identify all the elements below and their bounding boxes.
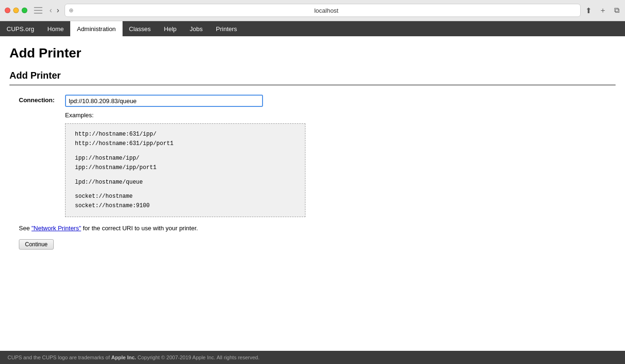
footer-brand: Apple Inc. <box>111 355 136 360</box>
nav-item-classes[interactable]: Classes <box>123 21 157 36</box>
network-printers-before: See <box>19 225 32 232</box>
back-button[interactable]: ‹ <box>48 7 53 14</box>
cups-nav: CUPS.org Home Administration Classes Hel… <box>0 21 625 36</box>
main-content: Add Printer Add Printer Connection: Exam… <box>0 36 625 351</box>
nav-item-home[interactable]: Home <box>41 21 71 36</box>
traffic-lights <box>5 8 27 13</box>
continue-btn-row: Continue <box>9 239 616 250</box>
example-group-ipp: ipp://hostname/ipp/ ipp://hostname/ipp/p… <box>75 154 296 173</box>
forward-button[interactable]: › <box>55 7 60 14</box>
footer-text-before: CUPS and the CUPS logo are trademarks of <box>8 355 111 360</box>
sidebar-toggle-icon[interactable] <box>34 7 42 14</box>
nav-item-cups-org[interactable]: CUPS.org <box>0 21 41 36</box>
new-tab-button[interactable]: ＋ <box>598 5 608 16</box>
network-printers-link[interactable]: "Network Printers" <box>32 225 81 232</box>
connection-input[interactable] <box>65 95 263 107</box>
maximize-button[interactable] <box>22 8 27 13</box>
nav-arrows: ‹ › <box>48 7 61 14</box>
nav-item-administration[interactable]: Administration <box>70 21 122 36</box>
connection-field-group: Examples: http://hostname:631/ipp/ http:… <box>65 95 305 217</box>
example-group-http: http://hostname:631/ipp/ http://hostname… <box>75 129 296 149</box>
nav-item-jobs[interactable]: Jobs <box>183 21 209 36</box>
continue-button[interactable]: Continue <box>19 239 54 250</box>
examples-label: Examples: <box>65 112 305 119</box>
browser-actions: ⬆ ＋ ⧉ <box>584 5 620 16</box>
network-printers-text: See "Network Printers" for the correct U… <box>9 225 616 232</box>
nav-item-printers[interactable]: Printers <box>209 21 244 36</box>
address-bar-container: ⊕ <box>65 4 581 17</box>
close-button[interactable] <box>5 8 10 13</box>
browser-toolbar: ‹ › ⊕ ⬆ ＋ ⧉ <box>0 0 625 21</box>
share-button[interactable]: ⬆ <box>584 5 592 16</box>
page-title: Add Printer <box>9 46 616 61</box>
minimize-button[interactable] <box>13 8 19 13</box>
section-title: Add Printer <box>9 70 616 85</box>
nav-item-help[interactable]: Help <box>157 21 183 36</box>
shield-icon: ⊕ <box>69 7 74 14</box>
examples-box: http://hostname:631/ipp/ http://hostname… <box>65 123 305 217</box>
tabs-button[interactable]: ⧉ <box>613 5 620 16</box>
browser-chrome: ‹ › ⊕ ⬆ ＋ ⧉ <box>0 0 625 21</box>
network-printers-after: for the correct URI to use with your pri… <box>81 225 198 232</box>
connection-row: Connection: Examples: http://hostname:63… <box>9 95 616 217</box>
example-group-socket: socket://hostname socket://hostname:9100 <box>75 192 296 211</box>
footer: CUPS and the CUPS logo are trademarks of… <box>0 351 625 364</box>
connection-label: Connection: <box>19 95 61 104</box>
example-group-lpd: lpd://hostname/queue <box>75 178 296 187</box>
footer-text-after: Copyright © 2007-2019 Apple Inc. All rig… <box>136 355 260 360</box>
address-bar-input[interactable] <box>76 7 576 14</box>
